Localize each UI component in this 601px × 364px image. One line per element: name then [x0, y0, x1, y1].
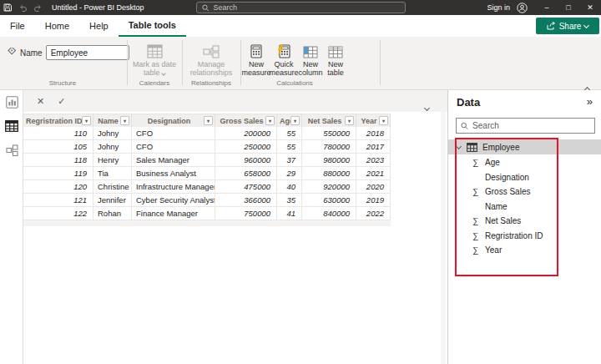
maximize-button[interactable]: □ [558, 0, 579, 15]
group-separator [182, 40, 183, 85]
field-item-gross-sales[interactable]: ∑ Gross Sales [448, 185, 601, 200]
table-node-employee[interactable]: Employee [448, 139, 601, 154]
tag-icon [7, 48, 17, 58]
group-separator [127, 40, 128, 85]
filter-dropdown-button[interactable]: ▾ [120, 116, 129, 125]
new-measure-label: New measure [241, 60, 270, 77]
data-view-icon[interactable] [5, 119, 18, 133]
filter-dropdown-button[interactable]: ▾ [82, 116, 91, 125]
chevron-down-icon [583, 22, 589, 28]
redo-icon[interactable] [30, 0, 45, 15]
table-row[interactable]: 118 Henry Sales Manager 960000 37 980000… [23, 154, 391, 167]
share-label: Share [559, 22, 582, 31]
cancel-icon[interactable]: ✕ [37, 96, 44, 107]
field-item-name[interactable]: Name [448, 200, 601, 215]
new-table-label: New table [327, 60, 344, 77]
ribbon-tabs: File Home Help Table tools Share [0, 15, 601, 37]
table-row[interactable]: 119 Tia Business Analyst 658000 29 88000… [23, 167, 391, 180]
table-row[interactable]: 121 Jennifer Cyber Security Analyst 3660… [23, 194, 391, 207]
column-header-year[interactable]: Year▾ [356, 114, 391, 127]
account-avatar-icon[interactable] [517, 3, 528, 13]
new-column-label: New column [298, 60, 322, 77]
field-item-regristration-id[interactable]: ∑ Regristration ID [448, 229, 601, 244]
new-column-icon [303, 46, 318, 58]
sigma-icon: ∑ [472, 245, 485, 255]
save-icon[interactable] [0, 0, 15, 15]
new-table-button[interactable]: New table [322, 40, 349, 78]
tab-table-tools[interactable]: Table tools [119, 15, 186, 37]
mark-as-date-table-button[interactable]: Mark as date table [129, 40, 180, 78]
close-button[interactable]: ✕ [579, 0, 601, 15]
table-row[interactable]: 120 Christine Infrastructure Manager 475… [23, 180, 391, 194]
global-search-box[interactable] [196, 2, 406, 13]
table-name-input[interactable] [46, 45, 129, 60]
mark-as-date-table-label: Mark as date table [133, 60, 176, 77]
column-header-net-sales[interactable]: Net Sales▾ [302, 114, 356, 127]
ribbon: Name Structure Mark as date table Calend… [0, 37, 601, 90]
view-sidebar [0, 90, 23, 364]
window-title: Untitled - Power BI Desktop [52, 3, 144, 12]
column-header-gross-sales[interactable]: Gross Sales▾ [215, 114, 277, 127]
tab-file[interactable]: File [0, 15, 35, 37]
filter-dropdown-button[interactable]: ▾ [345, 116, 354, 125]
formula-bar[interactable]: ✕ ✓ [23, 90, 447, 112]
tab-home[interactable]: Home [35, 15, 79, 37]
fields-search-box[interactable] [456, 118, 595, 134]
filter-dropdown-button[interactable]: ▾ [265, 116, 275, 125]
sigma-icon: ∑ [472, 231, 485, 240]
field-item-designation[interactable]: Designation [448, 170, 601, 185]
table-row[interactable]: 105 Johny CFO 250000 55 780000 2017 [23, 140, 391, 154]
sigma-icon: ∑ [472, 216, 485, 225]
quick-measure-icon [277, 44, 290, 58]
relationships-icon [203, 45, 220, 58]
commit-icon[interactable]: ✓ [58, 96, 65, 107]
column-header-designation[interactable]: Designation▾ [132, 114, 215, 127]
filter-dropdown-button[interactable]: ▾ [379, 116, 388, 125]
manage-relationships-button[interactable]: Manage relationships [184, 40, 239, 78]
collapse-pane-icon[interactable]: » [587, 95, 593, 108]
data-pane: Data » Employee ∑ Age Designation ∑ Gros… [447, 90, 601, 364]
formula-bar-expand-icon[interactable] [425, 99, 429, 114]
column-header-age[interactable]: Age▾ [277, 114, 302, 127]
table-row[interactable]: 122 Rohan Finance Manager 750000 41 8400… [23, 207, 391, 220]
minimize-button[interactable]: – [536, 0, 558, 15]
column-header-registration-id[interactable]: Regristration ID▾ [23, 114, 93, 127]
search-icon [202, 4, 209, 12]
share-button[interactable]: Share [536, 18, 599, 34]
table-row[interactable]: 110 Johny CFO 200000 55 550000 2018 [23, 127, 391, 140]
vertical-scrollbar[interactable] [441, 112, 446, 364]
group-label-calendars: Calendars [129, 79, 180, 87]
titlebar: Untitled - Power BI Desktop Sign in – □ … [0, 0, 601, 15]
share-icon [547, 22, 556, 30]
expand-chevron-icon[interactable] [456, 143, 462, 149]
group-label-calculations: Calculations [240, 79, 349, 87]
table-icon [467, 143, 477, 152]
global-search-input[interactable] [213, 3, 400, 12]
report-view-icon[interactable] [5, 95, 18, 109]
table-header-row: Regristration ID▾ Name▾ Designation▾ Gro… [23, 114, 391, 127]
sigma-icon: ∑ [472, 158, 485, 167]
data-view-canvas: ✕ ✓ Regristration ID▾ Name▾ Designation▾… [23, 90, 447, 364]
fields-search-input[interactable] [472, 121, 590, 130]
model-view-icon[interactable] [5, 144, 18, 157]
manage-relationships-label: Manage relationships [190, 60, 233, 77]
field-item-net-sales[interactable]: ∑ Net Sales [448, 214, 601, 229]
sign-in-button[interactable]: Sign in [487, 3, 510, 12]
table-footer-strip [23, 220, 391, 226]
field-item-age[interactable]: ∑ Age [448, 155, 601, 170]
filter-dropdown-button[interactable]: ▾ [290, 116, 300, 125]
filter-dropdown-button[interactable]: ▾ [204, 116, 213, 125]
column-header-name[interactable]: Name▾ [93, 114, 132, 127]
new-column-button[interactable]: New column [296, 40, 325, 78]
calculator-icon [250, 44, 262, 58]
chevron-down-icon [161, 71, 166, 76]
undo-icon[interactable] [15, 0, 30, 15]
field-list: ∑ Age Designation ∑ Gross Sales Name ∑ N… [448, 155, 601, 258]
group-separator [380, 40, 381, 85]
field-item-year[interactable]: ∑ Year [448, 243, 601, 258]
search-icon [461, 122, 468, 130]
tab-help[interactable]: Help [79, 15, 119, 37]
calendar-table-icon [147, 44, 163, 58]
sigma-icon: ∑ [472, 187, 485, 196]
quick-measure-button[interactable]: Quick measure [268, 40, 300, 78]
